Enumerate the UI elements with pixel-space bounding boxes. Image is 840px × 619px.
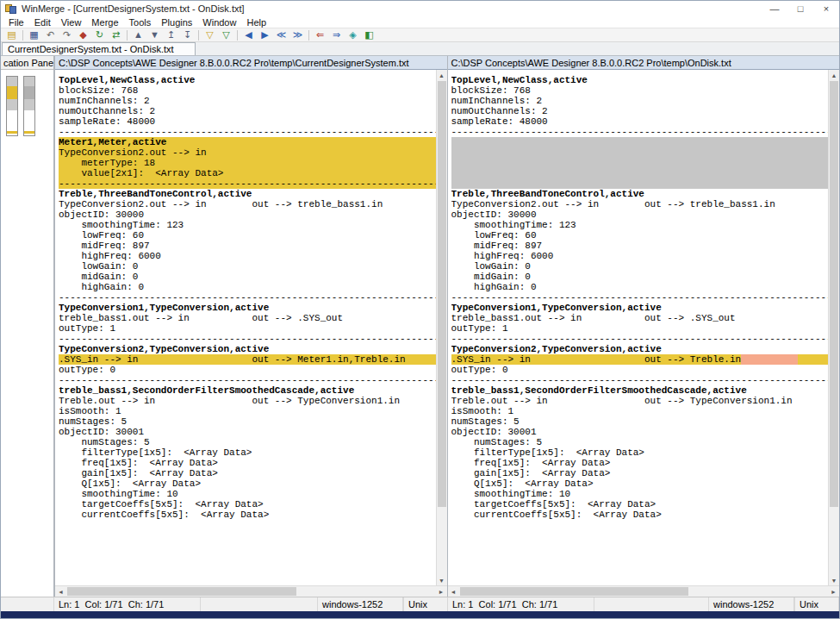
line-filter-button[interactable]: ▽ xyxy=(218,28,234,41)
copy-right-icon: ▶ xyxy=(261,30,268,40)
file-save-button[interactable]: ▦ xyxy=(26,28,42,41)
right-encoding[interactable]: windows-1252 xyxy=(708,597,794,611)
left-horizontal-scrollbar[interactable]: ◄ ► xyxy=(55,585,447,597)
code-line: TypeConversion2.out --> in out --> trebl… xyxy=(59,199,436,209)
code-line: currentCoeffs[5x5]: <Array Data> xyxy=(451,510,829,520)
code-line: Q[1x5]: <Array Data> xyxy=(451,478,829,489)
left-vscroll-thumb[interactable] xyxy=(438,81,446,507)
maximize-button[interactable]: □ xyxy=(787,1,813,16)
right-file-pane: C:\DSP Concepts\AWE Designer 8.B.0.0.RC2… xyxy=(447,56,840,597)
menu-edit[interactable]: Edit xyxy=(29,17,56,28)
window-controls: — □ × xyxy=(762,1,839,16)
plugins-button[interactable]: ◧ xyxy=(361,28,377,41)
scroll-up-icon[interactable]: ▲ xyxy=(436,70,447,80)
copy-left-button[interactable]: ◀ xyxy=(240,28,257,41)
prev-diff-button[interactable]: ▲ xyxy=(130,28,146,41)
right-editor[interactable]: TopLevel,NewClass,activeblockSize: 768nu… xyxy=(448,70,829,585)
code-line: filterType[1x5]: <Array Data> xyxy=(59,447,436,458)
next-diff-button[interactable]: ▼ xyxy=(146,28,163,41)
left-file-path-header[interactable]: C:\DSP Concepts\AWE Designer 8.B.0.0.RC2… xyxy=(55,56,447,70)
code-line: numOutChannels: 2 xyxy=(451,106,829,116)
scroll-down-icon[interactable]: ▼ xyxy=(436,575,447,585)
copy-right-advance-button[interactable]: ≫ xyxy=(289,28,306,41)
right-hscroll-thumb[interactable] xyxy=(460,587,689,596)
code-line: Treble,ThreeBandToneControl,active xyxy=(59,189,436,199)
ghost-line xyxy=(451,147,829,158)
scroll-right-icon[interactable]: ► xyxy=(828,586,839,597)
close-button[interactable]: × xyxy=(813,1,839,16)
left-hscroll-thumb[interactable] xyxy=(67,587,296,596)
location-map[interactable] xyxy=(1,70,53,597)
code-line: lowGain: 0 xyxy=(451,261,829,272)
right-hscroll-track[interactable] xyxy=(459,586,829,597)
last-diff-button[interactable]: ↧ xyxy=(179,28,196,41)
window-title: WinMerge - [CurrentDesignerSystem.txt - … xyxy=(22,3,762,14)
redo-button[interactable]: ↷ xyxy=(59,28,75,41)
right-horizontal-scrollbar[interactable]: ◄ ► xyxy=(448,585,840,597)
scroll-right-icon[interactable]: ► xyxy=(436,586,447,597)
all-left-button[interactable]: ⇐ xyxy=(312,28,328,41)
left-editor[interactable]: TopLevel,NewClass,activeblockSize: 768nu… xyxy=(55,70,436,585)
toolbar-separator xyxy=(198,30,199,41)
code-line: numInChannels: 2 xyxy=(451,96,829,106)
code-line: TypeConversion1,TypeConversion,active xyxy=(59,303,436,313)
menu-tools[interactable]: Tools xyxy=(124,17,157,28)
menu-file[interactable]: File xyxy=(3,17,29,28)
menu-plugins[interactable]: Plugins xyxy=(156,17,197,28)
scroll-left-icon[interactable]: ◄ xyxy=(55,586,66,597)
right-status: Ln: 1 Col: 1/71 Ch: 1/71 windows-1252 Un… xyxy=(448,597,839,611)
auto-merge-button[interactable]: ◈ xyxy=(345,28,361,41)
copy-right-button[interactable]: ▶ xyxy=(257,28,273,41)
scroll-down-icon[interactable]: ▼ xyxy=(829,575,840,585)
file-save-icon: ▦ xyxy=(29,30,38,40)
left-encoding[interactable]: windows-1252 xyxy=(317,597,403,611)
code-line: smoothingTime: 10 xyxy=(59,489,436,499)
scroll-up-icon[interactable]: ▲ xyxy=(829,70,840,80)
right-file-path-header[interactable]: C:\DSP Concepts\AWE Designer 8.B.0.0.RC2… xyxy=(448,56,840,70)
ghost-line xyxy=(451,168,829,178)
menu-view[interactable]: View xyxy=(56,17,87,28)
right-vscroll-thumb[interactable] xyxy=(830,81,838,507)
code-line: targetCoeffs[5x5]: <Array Data> xyxy=(451,499,829,510)
file-open-button[interactable]: ▤ xyxy=(3,28,20,41)
left-vertical-scrollbar[interactable]: ▲ ▼ xyxy=(436,70,447,585)
menu-help[interactable]: Help xyxy=(241,17,271,28)
left-vscroll-track[interactable] xyxy=(437,80,447,575)
identical-marker xyxy=(24,99,34,110)
refresh-button[interactable]: ↻ xyxy=(91,28,108,41)
location-bar-left[interactable] xyxy=(6,76,18,136)
code-line: TopLevel,NewClass,active xyxy=(451,75,829,85)
left-eol-style[interactable]: Unix xyxy=(403,597,448,611)
swap-panes-button[interactable]: ⇄ xyxy=(108,28,124,41)
last-diff-icon: ↧ xyxy=(184,30,191,40)
view-filter-button[interactable]: ▽ xyxy=(202,28,218,41)
redo-icon: ↷ xyxy=(63,30,71,40)
code-line: TypeConversion2,TypeConversion,active xyxy=(59,344,436,354)
scroll-left-icon[interactable]: ◄ xyxy=(448,586,459,597)
copy-left-advance-button[interactable]: ≪ xyxy=(273,28,289,41)
menu-bar: FileEditViewMergeToolsPluginsWindowHelp xyxy=(1,16,839,28)
code-line: TopLevel,NewClass,active xyxy=(59,75,436,85)
code-line: highFreq: 6000 xyxy=(451,251,829,261)
code-line: smoothingTime: 10 xyxy=(451,489,829,499)
right-cursor-position: Ln: 1 Col: 1/71 Ch: 1/71 xyxy=(448,597,594,611)
options-button[interactable]: ◆ xyxy=(75,28,91,41)
first-diff-button[interactable]: ↥ xyxy=(163,28,179,41)
all-right-button[interactable]: ⇒ xyxy=(328,28,345,41)
minimize-button[interactable]: — xyxy=(762,1,787,16)
code-line: midFreq: 897 xyxy=(451,241,829,251)
right-eol-style[interactable]: Unix xyxy=(794,597,839,611)
prev-diff-icon: ▲ xyxy=(134,30,143,40)
menu-merge[interactable]: Merge xyxy=(86,17,123,28)
location-bar-right[interactable] xyxy=(23,76,35,136)
menu-window[interactable]: Window xyxy=(197,17,241,28)
file-compare-tab[interactable]: CurrentDesignerSystem.txt - OnDisk.txt xyxy=(2,42,196,55)
plugins-icon: ◧ xyxy=(364,30,373,40)
winmerge-app-icon[interactable] xyxy=(5,3,18,15)
right-vertical-scrollbar[interactable]: ▲ ▼ xyxy=(828,70,839,585)
code-line: smoothingTime: 123 xyxy=(451,220,829,230)
code-line: treble_bass1.out --> in out --> .SYS_out xyxy=(451,313,829,323)
right-vscroll-track[interactable] xyxy=(829,80,839,575)
left-hscroll-track[interactable] xyxy=(66,586,436,597)
undo-button[interactable]: ↶ xyxy=(42,28,59,41)
